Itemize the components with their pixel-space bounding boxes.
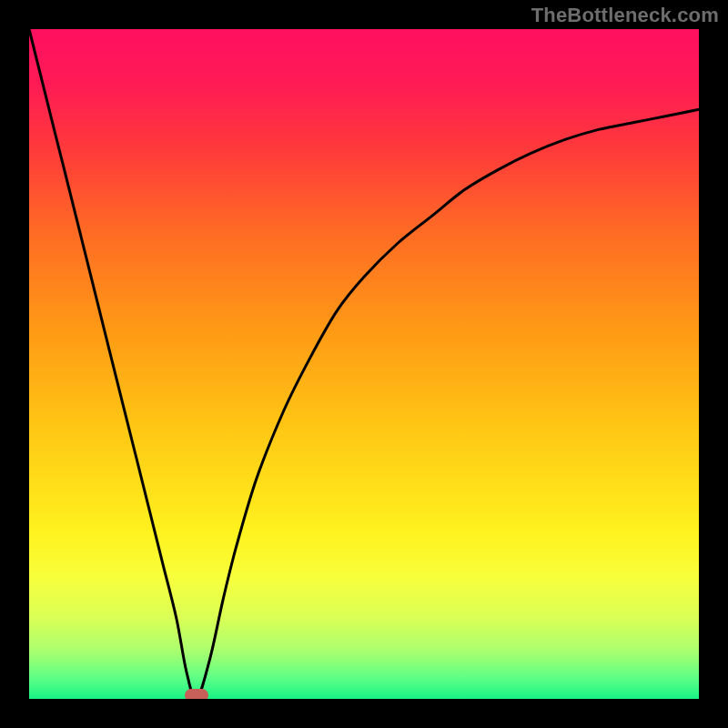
plot-area xyxy=(29,29,699,699)
bottleneck-curve xyxy=(29,29,699,699)
curve-layer xyxy=(29,29,699,699)
chart-frame: TheBottleneck.com xyxy=(0,0,728,728)
optimum-marker xyxy=(185,689,208,699)
watermark-text: TheBottleneck.com xyxy=(531,4,719,27)
